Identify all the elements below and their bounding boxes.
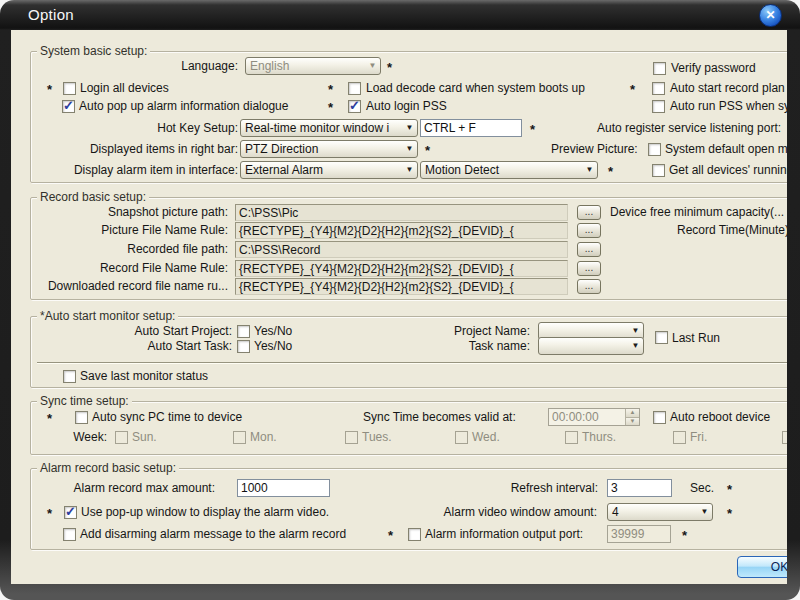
checkbox-week-tues[interactable] [345, 431, 358, 444]
checkbox-auto-reboot-device[interactable] [653, 411, 666, 424]
browse-recorded-path-button[interactable]: ... [577, 242, 601, 257]
checkbox-last-run[interactable] [655, 331, 668, 344]
alarm-item-dropdown-1[interactable]: External Alarm ▼ [240, 161, 418, 179]
alarm-max-amount-label: Alarm record max amount: [40, 481, 215, 495]
chevron-down-icon: ▼ [402, 166, 417, 174]
alarm-window-amount-label: Alarm video window amount: [422, 505, 597, 519]
dialog-content: System basic setup: Language: English ▼ … [11, 30, 787, 584]
week-fri-label: Fri. [690, 430, 707, 444]
auto-reboot-device-label: Auto reboot device [670, 410, 770, 424]
divider [37, 362, 787, 364]
checkbox-auto-sync-pc-time[interactable] [75, 411, 88, 424]
alarm-window-amount-dropdown[interactable]: 4 ▼ [607, 503, 713, 521]
preview-picture-label: Preview Picture: [551, 142, 638, 156]
alarm-max-amount-input[interactable] [237, 479, 330, 497]
hot-key-value: Real-time monitor window i [241, 121, 402, 135]
alarm-output-port-label: Alarm information output port: [425, 527, 583, 541]
option-dialog: Option ✕ System basic setup: Language: E… [0, 0, 800, 600]
refresh-interval-input[interactable] [607, 479, 672, 497]
checkbox-week-wed[interactable] [455, 431, 468, 444]
recorded-path-field[interactable]: C:\PSS\Record [235, 241, 568, 258]
browse-picture-rule-button[interactable]: ... [577, 223, 601, 238]
checkbox-login-all-devices[interactable] [63, 82, 76, 95]
week-sun-label: Sun. [132, 430, 157, 444]
ok-button[interactable]: OK [737, 556, 787, 578]
picture-rule-label: Picture File Name Rule: [30, 223, 228, 237]
task-name-dropdown[interactable]: ▼ [538, 337, 644, 355]
last-run-label: Last Run [672, 331, 720, 345]
check-icon: ✓ [63, 99, 74, 112]
alarm-output-port-input[interactable] [607, 525, 671, 543]
picture-rule-field[interactable]: {RECTYPE}_{Y4}{M2}{D2}{H2}{m2}{S2}_{DEVI… [235, 222, 568, 239]
add-disarming-message-label: Add disarming alarm message to the alarm… [80, 527, 346, 541]
check-icon: ✓ [65, 505, 76, 518]
yes-no-label: Yes/No [254, 339, 292, 353]
chevron-down-icon: ▼ [365, 62, 380, 70]
browse-snapshot-path-button[interactable]: ... [577, 205, 601, 220]
alarm-item-dropdown-2[interactable]: Motion Detect ▼ [420, 161, 598, 179]
chevron-down-icon: ▼ [628, 327, 643, 335]
verify-password-label: Verify password [671, 61, 756, 75]
checkbox-week-mon[interactable] [233, 431, 246, 444]
titlebar[interactable]: Option ✕ [0, 0, 800, 30]
spinner-up-icon[interactable]: ▲ [626, 409, 639, 418]
task-name-label: Task name: [391, 339, 530, 353]
auto-start-record-plan-label: Auto start record plan [670, 81, 785, 95]
week-thurs-label: Thurs. [582, 430, 616, 444]
alarm-item-interface-label: Display alarm item in interface: [40, 163, 238, 177]
auto-register-port-label: Auto register service listening port: [597, 121, 781, 135]
checkbox-auto-start-record-plan[interactable] [652, 82, 665, 95]
auto-run-pss-label: Auto run PSS when sys [670, 99, 787, 113]
get-all-devices-label: Get all devices' running [669, 163, 787, 177]
spinner-down-icon[interactable]: ▼ [626, 418, 639, 426]
check-icon: ✓ [349, 99, 360, 112]
checkbox-week-thurs[interactable] [565, 431, 578, 444]
browse-downloaded-rule-button[interactable]: ... [577, 279, 601, 294]
alarm-window-amount-value: 4 [608, 505, 697, 519]
hot-key-dropdown[interactable]: Real-time monitor window i ▼ [240, 119, 418, 137]
week-wed-label: Wed. [472, 430, 500, 444]
required-star: * [328, 83, 333, 96]
checkbox-auto-start-task[interactable] [237, 340, 250, 353]
checkbox-alarm-output-port[interactable] [408, 528, 421, 541]
window-title: Option [28, 6, 74, 23]
sync-time-valid-label: Sync Time becomes valid at: [363, 410, 516, 424]
auto-popup-alarm-label: Auto pop up alarm information dialogue [79, 99, 288, 113]
recorded-path-label: Recorded file path: [30, 242, 228, 256]
checkbox-week-fri[interactable] [673, 431, 686, 444]
checkbox-load-decode-card[interactable] [348, 82, 361, 95]
checkbox-verify-password[interactable] [653, 62, 666, 75]
required-star: * [47, 412, 52, 425]
snapshot-path-field[interactable]: C:\PSS\Pic [235, 204, 568, 221]
checkbox-system-default-open[interactable] [648, 143, 661, 156]
hot-key-shortcut-input[interactable] [420, 119, 522, 137]
checkbox-get-all-devices[interactable] [652, 164, 665, 177]
checkbox-auto-popup-alarm[interactable]: ✓ [62, 100, 75, 113]
checkbox-add-disarming-message[interactable] [63, 528, 76, 541]
chevron-down-icon: ▼ [402, 124, 417, 132]
language-value: English [246, 59, 365, 73]
required-star: * [630, 83, 635, 96]
hot-key-setup-label: Hot Key Setup: [40, 121, 238, 135]
checkbox-auto-login-pss[interactable]: ✓ [348, 100, 361, 113]
required-star: * [425, 144, 430, 157]
sec-label: Sec. [690, 481, 714, 495]
right-bar-dropdown[interactable]: PTZ Direction ▼ [240, 140, 418, 158]
checkbox-auto-run-pss[interactable] [652, 100, 665, 113]
checkbox-popup-alarm-video[interactable]: ✓ [64, 506, 77, 519]
alarm-item-value-1: External Alarm [241, 163, 402, 177]
record-rule-label: Record File Name Rule: [30, 261, 228, 275]
browse-record-rule-button[interactable]: ... [577, 261, 601, 276]
checkbox-week-sun[interactable] [115, 431, 128, 444]
checkbox-auto-start-project[interactable] [237, 325, 250, 338]
close-icon[interactable]: ✕ [759, 4, 782, 27]
checkbox-save-last-monitor-status[interactable] [63, 370, 76, 383]
record-rule-field[interactable]: {RECTYPE}_{Y4}{M2}{D2}{H2}{m2}{S2}_{DEVI… [235, 260, 568, 277]
required-star: * [47, 507, 52, 520]
sync-time-field[interactable]: 00:00:00 ▲▼ [548, 408, 640, 426]
checkbox-week-sat[interactable] [782, 431, 787, 444]
chevron-down-icon: ▼ [697, 508, 712, 516]
language-dropdown[interactable]: English ▼ [245, 57, 381, 75]
language-label: Language: [40, 59, 238, 73]
downloaded-rule-field[interactable]: {RECTYPE}_{Y4}{M2}{D2}{H2}{m2}{S2}_{DEVI… [235, 278, 568, 295]
